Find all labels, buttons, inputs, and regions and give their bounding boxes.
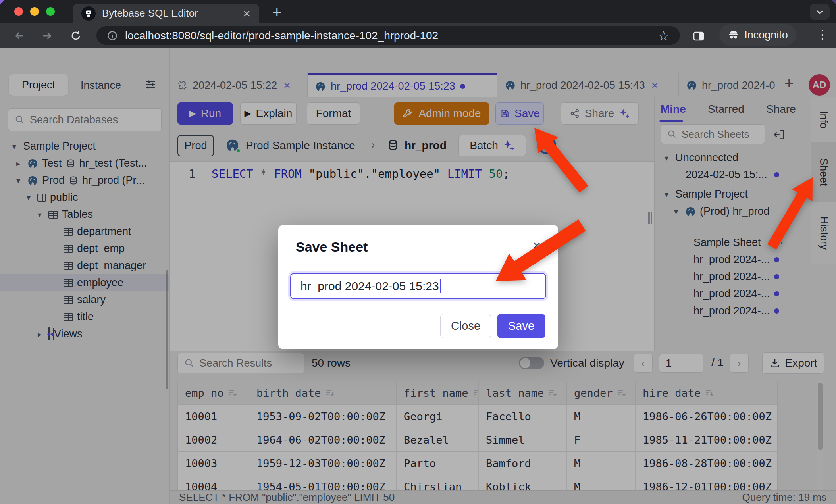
browser-tab-strip: Bytebase SQL Editor × + — [0, 0, 836, 23]
back-icon[interactable] — [13, 30, 25, 42]
browser-toolbar: localhost:8080/sql-editor/prod-sample-in… — [0, 23, 836, 48]
side-panel-icon[interactable] — [692, 30, 705, 42]
text-cursor — [440, 279, 441, 293]
url-bar[interactable]: localhost:8080/sql-editor/prod-sample-in… — [96, 26, 680, 45]
save-confirm-button[interactable]: Save — [497, 314, 545, 338]
close-icon[interactable]: × — [533, 238, 541, 253]
site-info-icon[interactable] — [107, 30, 118, 41]
forward-icon[interactable] — [41, 30, 53, 42]
reload-icon[interactable] — [70, 30, 82, 42]
close-button[interactable]: Close — [440, 314, 491, 338]
divider — [290, 262, 546, 262]
incognito-label: Incognito — [744, 29, 788, 41]
zoom-window-button[interactable] — [46, 7, 55, 16]
save-label: Save — [508, 319, 534, 333]
save-sheet-dialog: Save Sheet × hr_prod 2024-02-05 15:23 Cl… — [278, 225, 558, 349]
sql-editor-app: Project Instance ▾ Sample Project ▸ Test… — [0, 48, 836, 504]
close-window-button[interactable] — [14, 7, 23, 16]
new-tab-button[interactable]: + — [272, 3, 281, 21]
browser-menu-icon[interactable]: ⋮ — [816, 27, 829, 42]
url-text: localhost:8080/sql-editor/prod-sample-in… — [125, 29, 651, 42]
screen: Bytebase SQL Editor × + localhost:8080/s… — [0, 0, 836, 504]
close-label: Close — [451, 319, 480, 333]
dialog-title: Save Sheet — [296, 239, 368, 255]
incognito-badge: Incognito — [719, 24, 796, 46]
bytebase-favicon-icon — [81, 6, 96, 21]
sheet-name-input[interactable]: hr_prod 2024-02-05 15:23 — [290, 273, 546, 299]
browser-tab-title: Bytebase SQL Editor — [102, 7, 237, 19]
bookmark-star-icon[interactable]: ☆ — [658, 28, 670, 44]
browser-window: Bytebase SQL Editor × + localhost:8080/s… — [0, 0, 836, 504]
tab-search-button[interactable] — [810, 4, 830, 20]
sheet-name-value: hr_prod 2024-02-05 15:23 — [300, 279, 439, 293]
minimize-window-button[interactable] — [30, 7, 39, 16]
browser-tab[interactable]: Bytebase SQL Editor × — [73, 4, 259, 23]
incognito-icon — [728, 30, 740, 40]
close-tab-icon[interactable]: × — [243, 7, 250, 20]
